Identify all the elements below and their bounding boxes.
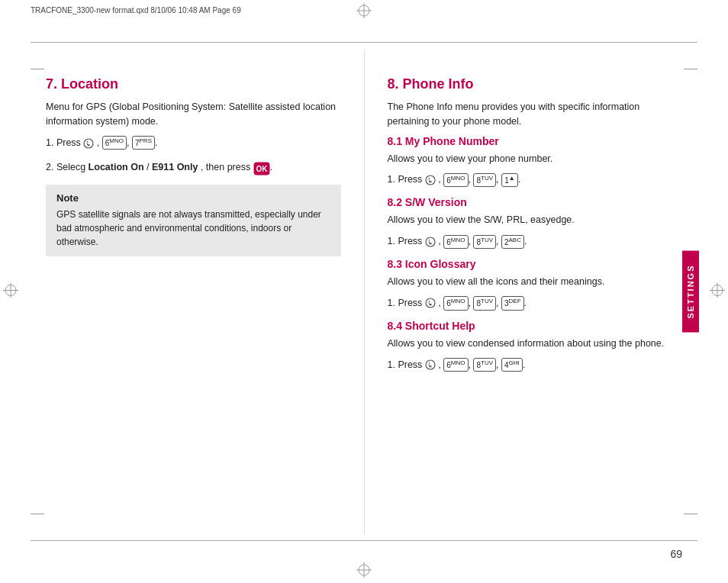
location-step2: 2. Selecg Location On / E911 Only , then… xyxy=(46,159,341,176)
column-divider xyxy=(364,50,365,533)
margin-line-left-top xyxy=(31,69,44,69)
step2-bold: Location On xyxy=(89,162,144,172)
note-title: Note xyxy=(56,192,330,204)
key-6mn: 6MNO xyxy=(102,136,127,150)
svg-point-18 xyxy=(426,360,435,369)
sub-section-83-step: 1. Press , 6MNO, 8TUV, 3DEF. xyxy=(388,295,683,311)
84-step-prefix: 1. Press xyxy=(388,359,425,370)
content-area: 7. Location Menu for GPS (Global Positio… xyxy=(46,50,682,533)
svg-point-16 xyxy=(426,237,435,246)
phone-icon-83 xyxy=(425,298,438,308)
83-key-3: 3DEF xyxy=(501,296,524,310)
right-column: 8. Phone Info The Phone Info menu provid… xyxy=(388,50,683,533)
83-step-prefix: 1. Press xyxy=(388,298,425,308)
location-intro: Menu for GPS (Global Positioning System:… xyxy=(46,100,341,129)
sub-section-82-title: 8.2 S/W Version xyxy=(388,196,683,208)
sub-section-81-step: 1. Press , 6MNO, 8TUV, 1▲. xyxy=(388,172,683,187)
sub-section-84-step: 1. Press , 6MNO, 8TUV, 4GHI. xyxy=(388,357,683,372)
84-key-6: 6MNO xyxy=(443,358,468,372)
ok-key-icon: OK xyxy=(253,160,270,176)
82-step-prefix: 1. Press xyxy=(388,236,425,246)
left-column: 7. Location Menu for GPS (Global Positio… xyxy=(46,50,341,533)
page-border-bottom xyxy=(31,540,697,541)
82-key-6: 6MNO xyxy=(443,235,468,249)
svg-point-17 xyxy=(426,298,435,308)
82-key-8: 8TUV xyxy=(473,235,496,249)
step1-prefix: 1. Press xyxy=(46,137,81,148)
svg-text:OK: OK xyxy=(256,165,268,173)
sub-section-81-body: Allows you to view your phone number. xyxy=(388,152,683,166)
sub-section-82-body: Allows you to view the S/W, PRL, easyedg… xyxy=(388,213,683,227)
83-key-8: 8TUV xyxy=(473,296,496,310)
sub-section-83-body: Allows you to view all the icons and the… xyxy=(388,275,683,289)
settings-tab: SETTINGS xyxy=(682,250,699,332)
svg-point-12 xyxy=(84,139,93,148)
margin-line-right-bottom xyxy=(684,514,697,514)
registration-mark-left xyxy=(3,283,18,301)
81-key-1: 1▲ xyxy=(501,173,518,187)
81-key-6: 6MNO xyxy=(443,173,468,187)
registration-mark-right xyxy=(710,283,725,301)
sub-section-83-title: 8.3 Icon Glossary xyxy=(388,258,683,270)
step2-suffix: , then press xyxy=(201,162,253,172)
step2-prefix: 2. Selecg xyxy=(46,162,85,172)
registration-mark-bottom xyxy=(356,562,372,580)
file-info: TRACFONE_3300-new format.qxd 8/10/06 10:… xyxy=(31,6,241,14)
phone-icon-84 xyxy=(425,359,438,370)
location-step1: 1. Press , 6MNO, 7PRS. xyxy=(46,135,341,151)
84-key-8: 8TUV xyxy=(473,358,496,372)
header-bar: TRACFONE_3300-new format.qxd 8/10/06 10:… xyxy=(31,6,697,14)
svg-point-15 xyxy=(426,176,435,185)
sub-section-84-body: Allows you to view condensed information… xyxy=(388,337,683,351)
note-body: GPS satellite signals are not always tra… xyxy=(56,208,330,249)
step2-bold2: E911 Only xyxy=(152,162,198,172)
location-section-title: 7. Location xyxy=(46,76,341,92)
note-box: Note GPS satellite signals are not alway… xyxy=(46,185,341,256)
83-key-6: 6MNO xyxy=(443,296,468,310)
82-key-2: 2ABC xyxy=(501,235,524,249)
phone-icon-82 xyxy=(425,236,438,246)
phone-icon-81 xyxy=(425,174,438,185)
81-key-8: 8TUV xyxy=(473,173,496,187)
sub-section-84-title: 8.4 Shortcut Help xyxy=(388,320,683,332)
84-key-4: 4GHI xyxy=(501,358,523,372)
81-step-prefix: 1. Press xyxy=(388,174,425,185)
phone-icon-step1 xyxy=(83,135,94,150)
page-border-top xyxy=(31,42,697,43)
key-7prs: 7PRS xyxy=(132,136,155,150)
sub-section-82-step: 1. Press , 6MNO, 8TUV, 2ABC. xyxy=(388,234,683,249)
phone-info-intro: The Phone Info menu provides you with sp… xyxy=(388,100,683,129)
sub-section-81-title: 8.1 My Phone Number xyxy=(388,135,683,147)
margin-line-right-top xyxy=(684,69,697,69)
page-number: 69 xyxy=(670,548,682,560)
step2-mid: / xyxy=(147,162,152,172)
margin-line-left-bottom xyxy=(31,514,44,514)
phone-info-section-title: 8. Phone Info xyxy=(388,76,683,92)
